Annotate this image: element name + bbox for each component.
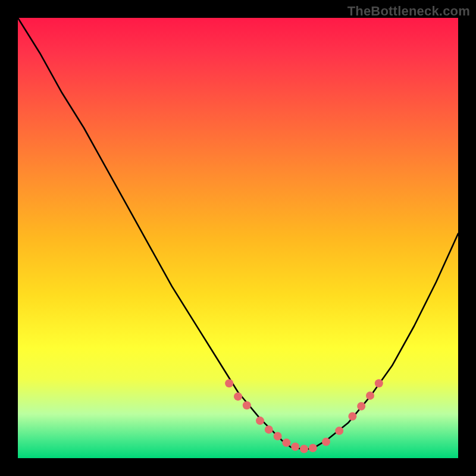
highlight-dot (265, 425, 273, 434)
highlight-dot (357, 402, 365, 411)
highlight-dot (335, 427, 343, 435)
chart-container: TheBottleneck.com (0, 0, 476, 476)
highlight-dot (322, 438, 330, 446)
highlight-dot (243, 401, 251, 409)
plot-area (18, 18, 458, 458)
highlight-dot (225, 379, 233, 387)
highlight-dot (234, 392, 242, 400)
highlight-dot (309, 444, 317, 452)
highlight-dot (282, 439, 290, 447)
watermark-text: TheBottleneck.com (347, 4, 470, 19)
bottleneck-curve (18, 18, 458, 449)
highlight-dot (300, 445, 308, 453)
chart-svg (18, 18, 458, 458)
highlight-dot (274, 432, 282, 440)
highlight-dots (225, 379, 383, 453)
highlight-dot (291, 443, 299, 451)
highlight-dot (366, 392, 374, 400)
highlight-dot (256, 416, 264, 425)
curve-layer (18, 18, 458, 449)
highlight-dot (348, 412, 356, 421)
highlight-dot (375, 379, 383, 387)
